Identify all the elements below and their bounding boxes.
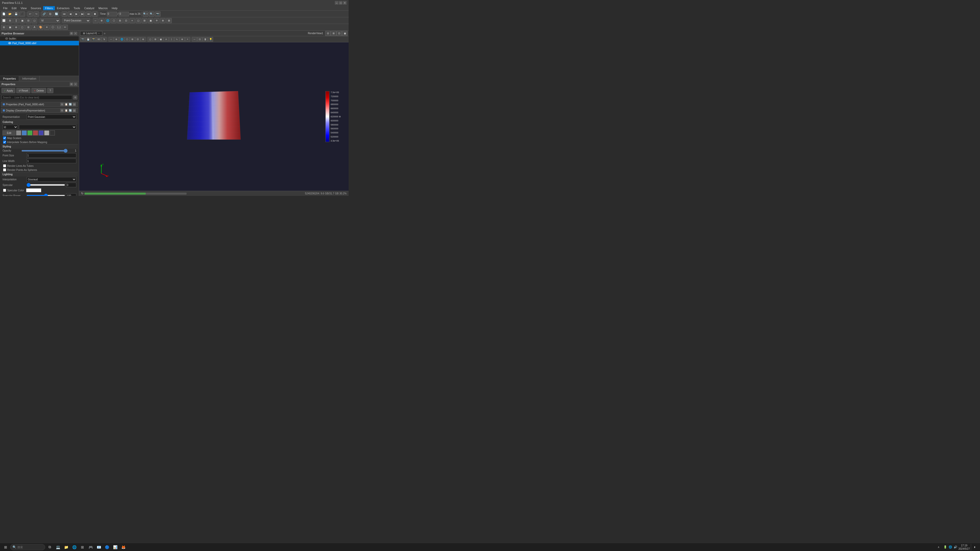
menu-edit[interactable]: Edit	[10, 6, 19, 10]
connect-button[interactable]: 🔗	[41, 11, 47, 17]
open-button[interactable]: 📂	[7, 11, 13, 17]
representation-dropdown[interactable]: Point Gaussian	[62, 18, 90, 23]
render-lines-checkbox[interactable]	[3, 164, 6, 167]
pipeline-close-button[interactable]: ×	[74, 32, 77, 35]
menu-help[interactable]: Help	[110, 6, 120, 10]
tab-information[interactable]: Information	[19, 76, 40, 81]
vp-cam-3[interactable]: 🌐	[119, 37, 124, 41]
rep-surface[interactable]: ⬜	[1, 18, 6, 23]
zoom-out[interactable]: 🔍-	[149, 11, 154, 17]
select-surface[interactable]: ◻	[135, 18, 141, 23]
display-section-copy[interactable]: ⧉	[60, 109, 64, 112]
render-points-checkbox[interactable]	[3, 168, 6, 171]
maximize-button[interactable]: □	[339, 1, 342, 5]
display-section-info[interactable]: ▤	[73, 109, 76, 112]
first-frame[interactable]: ⏮	[62, 11, 67, 17]
specular-power-slider[interactable]	[27, 195, 65, 196]
pipeline-settings-button[interactable]: ⚙	[70, 32, 73, 35]
display-section-header[interactable]: Display (GeometryRepresentation) ⧉ 📋 🔄 ▤	[1, 108, 78, 113]
info-panel[interactable]: ⓘ	[50, 25, 56, 30]
search-input[interactable]	[2, 95, 72, 100]
color-swatch-1[interactable]	[16, 130, 21, 135]
vp-cam-5[interactable]: ⊞	[130, 37, 135, 41]
menu-macros[interactable]: Macros	[97, 6, 110, 10]
last-frame[interactable]: ⏭	[86, 11, 92, 17]
vp-cam-4[interactable]: ⬡	[124, 37, 130, 41]
menu-catalyst[interactable]: Catalyst	[82, 6, 97, 10]
zoom-in[interactable]: 🔍+	[143, 11, 148, 17]
search-settings-button[interactable]: ⚙	[73, 95, 77, 100]
color-swatch-6[interactable]	[44, 130, 49, 135]
orientation-axes[interactable]: ▣	[7, 25, 13, 30]
color-swatch-3[interactable]	[27, 130, 32, 135]
map-scalars-checkbox[interactable]	[3, 137, 6, 140]
view-zoom-selection[interactable]: ⊡	[123, 18, 129, 23]
edit-color[interactable]: ✏	[62, 25, 68, 30]
vp-select-5[interactable]: ⟩	[169, 37, 174, 41]
view-zoom-extent[interactable]: ⊞	[117, 18, 123, 23]
coloring-component-dropdown[interactable]	[19, 125, 76, 129]
reset-camera[interactable]: ⌖	[129, 18, 135, 23]
reset-button[interactable]: ↺ Reset	[16, 88, 30, 93]
menu-sources[interactable]: Sources	[29, 6, 43, 10]
menu-extractors[interactable]: Extractors	[55, 6, 72, 10]
vp-select-7[interactable]: ⊕	[180, 37, 185, 41]
play-button[interactable]: ▶	[74, 11, 80, 17]
close-button[interactable]: ×	[343, 1, 347, 5]
vp-select-2[interactable]: ⊞	[153, 37, 158, 41]
layout-tab[interactable]: ⊞ Layout #1 ×	[80, 31, 102, 36]
pipeline-item-fluid[interactable]: Part_Fluid_0000.vtk#	[0, 41, 79, 45]
menu-file[interactable]: File	[1, 6, 10, 10]
help-button[interactable]: ?	[47, 88, 53, 93]
vp-cam-2[interactable]: ⊕	[114, 37, 119, 41]
data-axes[interactable]: ⊞	[1, 25, 6, 30]
rep-vol[interactable]: ▣	[19, 18, 25, 23]
props-section-paste[interactable]: 📋	[64, 103, 68, 106]
display-section-paste[interactable]: 📋	[64, 109, 68, 112]
lighting-settings[interactable]: ☀	[44, 25, 49, 30]
menu-view[interactable]: View	[19, 6, 29, 10]
specular-slider[interactable]	[27, 184, 65, 186]
prev-frame[interactable]: ◀	[68, 11, 73, 17]
vp-del-button[interactable]: 🗑	[203, 37, 208, 41]
view-interaction-1[interactable]: ↔	[93, 18, 98, 23]
select-point[interactable]: ✛	[154, 18, 159, 23]
props-section-info[interactable]: ▤	[73, 103, 76, 106]
select-on-surface[interactable]: ⊕	[160, 18, 165, 23]
vp-select-8[interactable]: +	[185, 37, 190, 41]
refresh-button[interactable]: 🔄	[54, 11, 59, 17]
vp-select-4[interactable]: A	[164, 37, 169, 41]
line-width-input[interactable]	[27, 159, 76, 163]
viewport-canvas[interactable]: Y X 7.5e+05 720000 700000 680000 660000 …	[79, 42, 348, 191]
time-input[interactable]	[107, 12, 117, 16]
point-size-input[interactable]	[27, 153, 76, 158]
color-swatch-7[interactable]	[50, 130, 55, 135]
undo-button[interactable]: ↩	[27, 11, 33, 17]
rep-wire[interactable]: ⊞	[7, 18, 13, 23]
vp-cam-6[interactable]: ⊡	[135, 37, 140, 41]
color-swatch-5[interactable]	[38, 130, 44, 135]
menu-tools[interactable]: Tools	[72, 6, 82, 10]
select-all[interactable]: ⊠	[166, 18, 172, 23]
rep-points[interactable]: ⣿	[13, 18, 19, 23]
opacity-slider[interactable]	[21, 150, 68, 151]
color-swatch-4[interactable]	[33, 130, 38, 135]
props-settings-button[interactable]: ⚙	[70, 83, 73, 86]
add-layout-button[interactable]: +	[102, 31, 107, 36]
specular-color-checkbox[interactable]	[3, 189, 6, 192]
view-interaction-4[interactable]: ⬡	[111, 18, 117, 23]
vp-annotation-2[interactable]: ⊡	[197, 37, 202, 41]
rep-slice[interactable]: ⊟	[25, 18, 31, 23]
view-layout-4[interactable]: ▣	[342, 31, 348, 36]
specular-color-swatch[interactable]	[26, 188, 41, 192]
annotation[interactable]: A	[32, 25, 37, 30]
tab-properties[interactable]: Properties	[0, 76, 19, 81]
vp-camera-back[interactable]: 📷	[80, 37, 85, 41]
save-state-button[interactable]: ⬛	[19, 11, 25, 17]
props-section-refresh[interactable]: 🔄	[68, 103, 72, 106]
coloring-dropdown[interactable]: Id	[40, 18, 60, 23]
frame-input[interactable]	[119, 12, 129, 16]
vp-select-3[interactable]: ▣	[158, 37, 163, 41]
center-axes[interactable]: ⊕	[13, 25, 19, 30]
vp-camera-save[interactable]: 💾	[86, 37, 91, 41]
